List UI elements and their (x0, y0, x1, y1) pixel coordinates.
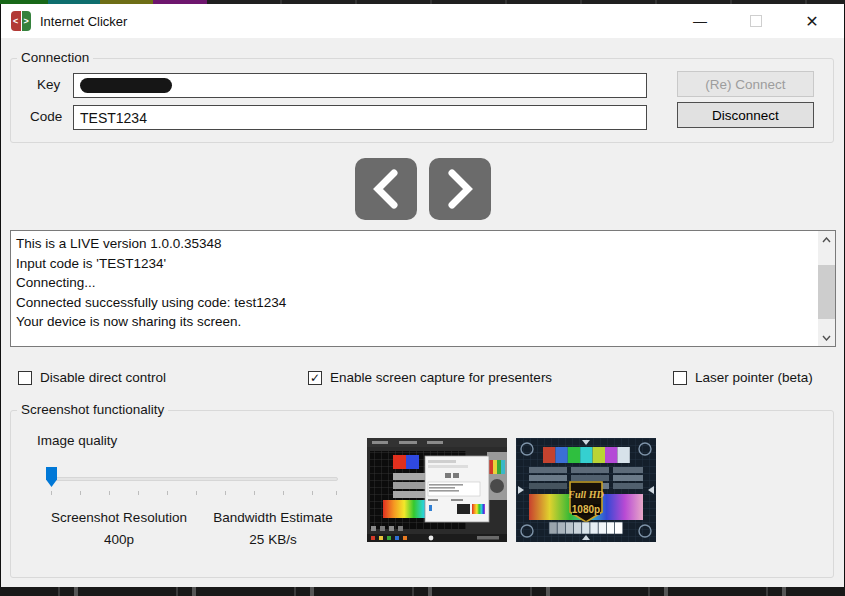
disconnect-button[interactable]: Disconnect (677, 102, 814, 128)
slider-thumb[interactable] (46, 467, 57, 487)
minimize-button[interactable]: — (672, 4, 728, 38)
image-quality-label: Image quality (37, 433, 117, 448)
checkbox-box[interactable] (673, 371, 687, 385)
checkbox-laser-pointer[interactable]: Laser pointer (beta) (673, 370, 813, 385)
test-pattern-image: Full HD 1080p (516, 438, 656, 542)
desktop-screenshot-preview (367, 438, 507, 542)
close-button[interactable]: ✕ (784, 4, 840, 38)
scroll-down-icon (822, 335, 831, 341)
slider-track[interactable] (46, 477, 338, 481)
window-controls: — ✕ (672, 4, 840, 38)
chevron-right-icon (443, 166, 477, 212)
test-pattern-preview: Full HD 1080p (516, 438, 656, 542)
window-title: Internet Clicker (40, 14, 127, 29)
log-line: Connected successfully using code: test1… (16, 293, 811, 313)
checkbox-label: Disable direct control (40, 370, 166, 385)
chevron-left-icon (369, 166, 403, 212)
resolution-stat: Screenshot Resolution 400p (35, 510, 203, 547)
app-icon-left-chevron: < (11, 11, 22, 31)
test-pattern-1080p-text: 1080p (572, 504, 600, 515)
reconnect-button[interactable]: (Re) Connect (677, 71, 814, 97)
desktop-background-bottom-strip (0, 587, 845, 596)
image-quality-slider[interactable] (46, 465, 338, 505)
code-label: Code (30, 109, 62, 124)
log-line: This is a LIVE version 1.0.0.35348 (16, 234, 811, 254)
checkbox-disable-direct-control[interactable]: Disable direct control (18, 370, 166, 385)
bandwidth-label: Bandwidth Estimate (197, 510, 349, 525)
resolution-value: 400p (35, 532, 203, 547)
slide-navigation (1, 158, 844, 220)
key-value-redacted (80, 78, 172, 93)
scroll-down-button[interactable] (818, 329, 835, 346)
maximize-button (728, 4, 784, 38)
bandwidth-stat: Bandwidth Estimate 25 KB/s (197, 510, 349, 547)
bandwidth-value: 25 KB/s (197, 532, 349, 547)
titlebar: < > Internet Clicker — ✕ (1, 4, 844, 38)
log-line: Connecting... (16, 273, 811, 293)
maximize-icon (750, 15, 762, 27)
log-scrollbar[interactable] (818, 231, 835, 346)
scrollbar-thumb[interactable] (818, 265, 835, 319)
log-textbox[interactable]: This is a LIVE version 1.0.0.35348 Input… (10, 230, 836, 347)
code-input[interactable]: TEST1234 (73, 105, 647, 130)
screenshot-group-label: Screenshot functionality (17, 402, 168, 417)
checkbox-box[interactable] (18, 371, 32, 385)
previous-slide-button[interactable] (355, 158, 417, 220)
app-icon-right-chevron: > (22, 11, 32, 31)
connection-groupbox: Connection Key Code TEST1234 (Re) Connec… (10, 58, 834, 143)
app-window: < > Internet Clicker — ✕ Connection Key … (1, 4, 844, 587)
screenshot-groupbox: Screenshot functionality Image quality S… (10, 410, 834, 578)
code-value: TEST1234 (80, 110, 147, 126)
scroll-up-icon (822, 237, 831, 243)
log-lines: This is a LIVE version 1.0.0.35348 Input… (11, 231, 835, 332)
app-icon: < > (11, 11, 31, 31)
desktop-screenshot-image (367, 438, 507, 542)
checkbox-label: Laser pointer (beta) (695, 370, 813, 385)
log-line: Input code is 'TEST1234' (16, 254, 811, 274)
connection-group-label: Connection (17, 50, 93, 65)
key-input[interactable] (73, 73, 647, 98)
test-pattern-fullhd-text: Full HD (567, 489, 603, 500)
next-slide-button[interactable] (429, 158, 491, 220)
key-label: Key (37, 77, 60, 92)
screenshot-root: < > Internet Clicker — ✕ Connection Key … (0, 0, 845, 596)
checkbox-box-checked[interactable]: ✓ (308, 371, 322, 385)
log-line: Your device is now sharing its screen. (16, 312, 811, 332)
checkbox-enable-screen-capture[interactable]: ✓ Enable screen capture for presenters (308, 370, 552, 385)
resolution-label: Screenshot Resolution (35, 510, 203, 525)
checkbox-label: Enable screen capture for presenters (330, 370, 552, 385)
scroll-up-button[interactable] (818, 231, 835, 248)
